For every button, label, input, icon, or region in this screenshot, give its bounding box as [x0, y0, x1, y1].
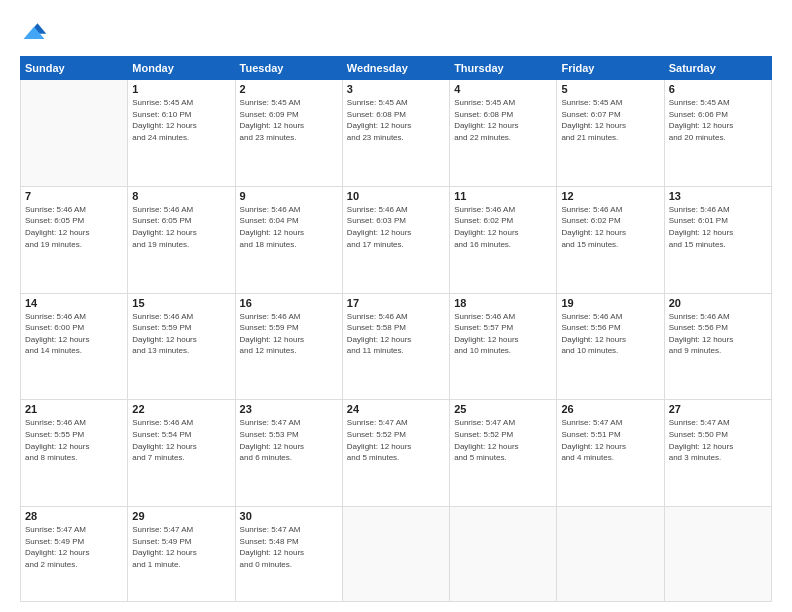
- day-number: 12: [561, 190, 659, 202]
- day-info: Sunrise: 5:46 AM Sunset: 5:59 PM Dayligh…: [132, 311, 230, 357]
- day-number: 26: [561, 403, 659, 415]
- day-number: 3: [347, 83, 445, 95]
- calendar-day-cell: 2Sunrise: 5:45 AM Sunset: 6:09 PM Daylig…: [235, 80, 342, 187]
- day-number: 23: [240, 403, 338, 415]
- day-number: 14: [25, 297, 123, 309]
- calendar-day-cell: 9Sunrise: 5:46 AM Sunset: 6:04 PM Daylig…: [235, 186, 342, 293]
- day-info: Sunrise: 5:46 AM Sunset: 6:04 PM Dayligh…: [240, 204, 338, 250]
- calendar-day-cell: 14Sunrise: 5:46 AM Sunset: 6:00 PM Dayli…: [21, 293, 128, 400]
- calendar-day-cell: 5Sunrise: 5:45 AM Sunset: 6:07 PM Daylig…: [557, 80, 664, 187]
- calendar-day-cell: 1Sunrise: 5:45 AM Sunset: 6:10 PM Daylig…: [128, 80, 235, 187]
- weekday-header: Saturday: [664, 57, 771, 80]
- calendar-day-cell: 22Sunrise: 5:46 AM Sunset: 5:54 PM Dayli…: [128, 400, 235, 507]
- calendar-day-cell: 15Sunrise: 5:46 AM Sunset: 5:59 PM Dayli…: [128, 293, 235, 400]
- weekday-header: Sunday: [21, 57, 128, 80]
- calendar-day-cell: 10Sunrise: 5:46 AM Sunset: 6:03 PM Dayli…: [342, 186, 449, 293]
- day-number: 18: [454, 297, 552, 309]
- weekday-header: Wednesday: [342, 57, 449, 80]
- calendar-day-cell: [450, 507, 557, 602]
- calendar-day-cell: [21, 80, 128, 187]
- day-number: 24: [347, 403, 445, 415]
- weekday-header: Thursday: [450, 57, 557, 80]
- day-info: Sunrise: 5:46 AM Sunset: 5:55 PM Dayligh…: [25, 417, 123, 463]
- logo: [20, 18, 52, 46]
- day-number: 15: [132, 297, 230, 309]
- calendar-day-cell: [342, 507, 449, 602]
- day-number: 5: [561, 83, 659, 95]
- day-number: 10: [347, 190, 445, 202]
- day-number: 4: [454, 83, 552, 95]
- calendar-day-cell: 19Sunrise: 5:46 AM Sunset: 5:56 PM Dayli…: [557, 293, 664, 400]
- day-number: 17: [347, 297, 445, 309]
- weekday-header: Friday: [557, 57, 664, 80]
- calendar-day-cell: 20Sunrise: 5:46 AM Sunset: 5:56 PM Dayli…: [664, 293, 771, 400]
- day-number: 22: [132, 403, 230, 415]
- day-info: Sunrise: 5:45 AM Sunset: 6:08 PM Dayligh…: [347, 97, 445, 143]
- day-number: 28: [25, 510, 123, 522]
- calendar-day-cell: 28Sunrise: 5:47 AM Sunset: 5:49 PM Dayli…: [21, 507, 128, 602]
- day-info: Sunrise: 5:46 AM Sunset: 6:05 PM Dayligh…: [25, 204, 123, 250]
- day-info: Sunrise: 5:45 AM Sunset: 6:06 PM Dayligh…: [669, 97, 767, 143]
- day-info: Sunrise: 5:46 AM Sunset: 6:02 PM Dayligh…: [454, 204, 552, 250]
- calendar-week-row: 14Sunrise: 5:46 AM Sunset: 6:00 PM Dayli…: [21, 293, 772, 400]
- day-number: 20: [669, 297, 767, 309]
- day-info: Sunrise: 5:46 AM Sunset: 5:59 PM Dayligh…: [240, 311, 338, 357]
- day-info: Sunrise: 5:46 AM Sunset: 6:02 PM Dayligh…: [561, 204, 659, 250]
- calendar-day-cell: 6Sunrise: 5:45 AM Sunset: 6:06 PM Daylig…: [664, 80, 771, 187]
- calendar-week-row: 7Sunrise: 5:46 AM Sunset: 6:05 PM Daylig…: [21, 186, 772, 293]
- day-info: Sunrise: 5:46 AM Sunset: 6:05 PM Dayligh…: [132, 204, 230, 250]
- day-info: Sunrise: 5:46 AM Sunset: 5:58 PM Dayligh…: [347, 311, 445, 357]
- day-info: Sunrise: 5:45 AM Sunset: 6:10 PM Dayligh…: [132, 97, 230, 143]
- calendar-week-row: 28Sunrise: 5:47 AM Sunset: 5:49 PM Dayli…: [21, 507, 772, 602]
- calendar-day-cell: 7Sunrise: 5:46 AM Sunset: 6:05 PM Daylig…: [21, 186, 128, 293]
- day-info: Sunrise: 5:47 AM Sunset: 5:49 PM Dayligh…: [25, 524, 123, 570]
- calendar-day-cell: 11Sunrise: 5:46 AM Sunset: 6:02 PM Dayli…: [450, 186, 557, 293]
- header: [20, 18, 772, 46]
- calendar-header-row: SundayMondayTuesdayWednesdayThursdayFrid…: [21, 57, 772, 80]
- calendar-day-cell: 13Sunrise: 5:46 AM Sunset: 6:01 PM Dayli…: [664, 186, 771, 293]
- day-info: Sunrise: 5:46 AM Sunset: 6:00 PM Dayligh…: [25, 311, 123, 357]
- day-number: 30: [240, 510, 338, 522]
- day-number: 9: [240, 190, 338, 202]
- day-number: 1: [132, 83, 230, 95]
- day-number: 13: [669, 190, 767, 202]
- day-number: 25: [454, 403, 552, 415]
- calendar-day-cell: 16Sunrise: 5:46 AM Sunset: 5:59 PM Dayli…: [235, 293, 342, 400]
- day-info: Sunrise: 5:46 AM Sunset: 5:54 PM Dayligh…: [132, 417, 230, 463]
- calendar-day-cell: 3Sunrise: 5:45 AM Sunset: 6:08 PM Daylig…: [342, 80, 449, 187]
- day-info: Sunrise: 5:45 AM Sunset: 6:09 PM Dayligh…: [240, 97, 338, 143]
- weekday-header: Tuesday: [235, 57, 342, 80]
- day-number: 29: [132, 510, 230, 522]
- calendar-day-cell: 24Sunrise: 5:47 AM Sunset: 5:52 PM Dayli…: [342, 400, 449, 507]
- day-info: Sunrise: 5:47 AM Sunset: 5:52 PM Dayligh…: [454, 417, 552, 463]
- day-number: 21: [25, 403, 123, 415]
- calendar-day-cell: 18Sunrise: 5:46 AM Sunset: 5:57 PM Dayli…: [450, 293, 557, 400]
- day-info: Sunrise: 5:47 AM Sunset: 5:52 PM Dayligh…: [347, 417, 445, 463]
- calendar-day-cell: 30Sunrise: 5:47 AM Sunset: 5:48 PM Dayli…: [235, 507, 342, 602]
- day-info: Sunrise: 5:46 AM Sunset: 5:56 PM Dayligh…: [561, 311, 659, 357]
- day-number: 8: [132, 190, 230, 202]
- day-number: 2: [240, 83, 338, 95]
- calendar-day-cell: 8Sunrise: 5:46 AM Sunset: 6:05 PM Daylig…: [128, 186, 235, 293]
- day-info: Sunrise: 5:47 AM Sunset: 5:53 PM Dayligh…: [240, 417, 338, 463]
- calendar-week-row: 21Sunrise: 5:46 AM Sunset: 5:55 PM Dayli…: [21, 400, 772, 507]
- calendar-day-cell: 29Sunrise: 5:47 AM Sunset: 5:49 PM Dayli…: [128, 507, 235, 602]
- calendar-day-cell: [664, 507, 771, 602]
- day-number: 16: [240, 297, 338, 309]
- calendar-day-cell: 23Sunrise: 5:47 AM Sunset: 5:53 PM Dayli…: [235, 400, 342, 507]
- day-number: 19: [561, 297, 659, 309]
- calendar-week-row: 1Sunrise: 5:45 AM Sunset: 6:10 PM Daylig…: [21, 80, 772, 187]
- day-info: Sunrise: 5:47 AM Sunset: 5:49 PM Dayligh…: [132, 524, 230, 570]
- calendar-day-cell: 21Sunrise: 5:46 AM Sunset: 5:55 PM Dayli…: [21, 400, 128, 507]
- page: SundayMondayTuesdayWednesdayThursdayFrid…: [0, 0, 792, 612]
- weekday-header: Monday: [128, 57, 235, 80]
- calendar-day-cell: 4Sunrise: 5:45 AM Sunset: 6:08 PM Daylig…: [450, 80, 557, 187]
- day-info: Sunrise: 5:45 AM Sunset: 6:07 PM Dayligh…: [561, 97, 659, 143]
- calendar-table: SundayMondayTuesdayWednesdayThursdayFrid…: [20, 56, 772, 602]
- logo-icon: [20, 18, 48, 46]
- calendar-day-cell: 25Sunrise: 5:47 AM Sunset: 5:52 PM Dayli…: [450, 400, 557, 507]
- day-number: 11: [454, 190, 552, 202]
- day-info: Sunrise: 5:45 AM Sunset: 6:08 PM Dayligh…: [454, 97, 552, 143]
- day-info: Sunrise: 5:46 AM Sunset: 5:57 PM Dayligh…: [454, 311, 552, 357]
- day-info: Sunrise: 5:47 AM Sunset: 5:50 PM Dayligh…: [669, 417, 767, 463]
